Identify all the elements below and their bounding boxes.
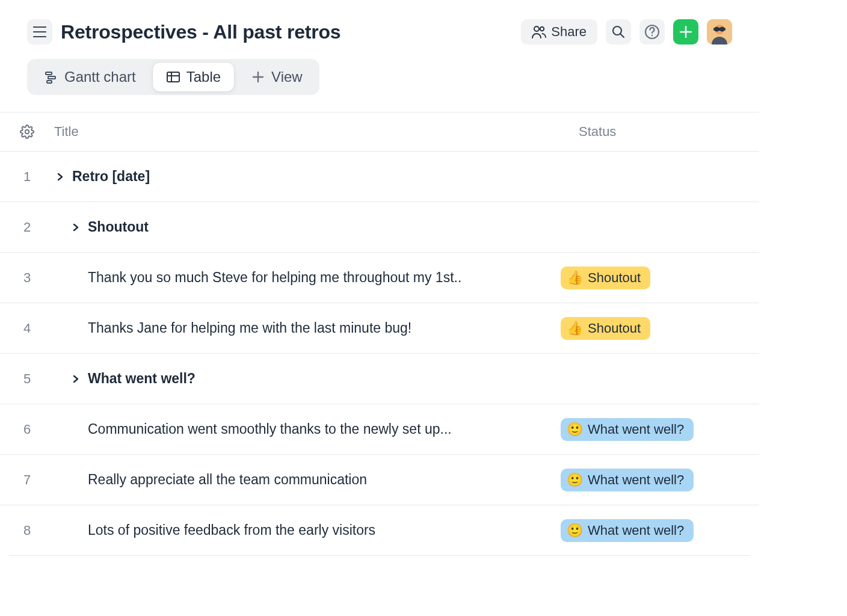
view-tab-gantt-label: Gantt chart bbox=[64, 69, 136, 85]
svg-line-6 bbox=[620, 34, 624, 37]
status-label: Shoutout bbox=[588, 270, 641, 286]
share-label: Share bbox=[551, 24, 587, 40]
view-tab-table-label: Table bbox=[186, 69, 221, 85]
row-status[interactable]: 🙂What went well? bbox=[561, 418, 741, 441]
status-pill-well[interactable]: 🙂What went well? bbox=[561, 519, 694, 542]
row-title-text: What went well? bbox=[88, 371, 196, 387]
table-body: 1Retro [date]2Shoutout3Thank you so much… bbox=[0, 152, 759, 556]
svg-point-3 bbox=[534, 26, 539, 31]
status-label: What went well? bbox=[588, 523, 684, 538]
add-button[interactable] bbox=[673, 19, 698, 45]
svg-point-8 bbox=[651, 35, 653, 36]
row-status[interactable]: 🙂What went well? bbox=[561, 519, 741, 542]
svg-point-4 bbox=[540, 27, 544, 31]
header: Retrospectives - All past retros Share bbox=[0, 0, 759, 45]
svg-rect-16 bbox=[46, 72, 52, 75]
status-emoji: 🙂 bbox=[567, 423, 583, 436]
table-row[interactable]: 6Communication went smoothly thanks to t… bbox=[0, 404, 759, 455]
column-status[interactable]: Status bbox=[579, 124, 759, 140]
row-number: 4 bbox=[0, 321, 54, 336]
add-view-button[interactable]: View bbox=[238, 63, 316, 91]
row-title-text: Communication went smoothly thanks to th… bbox=[88, 421, 452, 437]
menu-button[interactable] bbox=[27, 19, 52, 45]
gear-icon bbox=[20, 125, 34, 139]
help-icon bbox=[644, 24, 660, 40]
add-view-label: View bbox=[271, 69, 303, 85]
view-tabs: Gantt chart Table View bbox=[0, 45, 759, 95]
table-row[interactable]: 3Thank you so much Steve for helping me … bbox=[0, 253, 759, 303]
view-tab-group: Gantt chart Table View bbox=[27, 59, 319, 95]
row-number: 6 bbox=[0, 422, 54, 437]
row-title-text: Retro [date] bbox=[72, 168, 150, 185]
table: Title Status 1Retro [date]2Shoutout3Than… bbox=[0, 112, 759, 556]
status-pill-well[interactable]: 🙂What went well? bbox=[561, 469, 694, 491]
table-row[interactable]: 5What went well? bbox=[0, 354, 759, 404]
row-title[interactable]: Communication went smoothly thanks to th… bbox=[54, 421, 561, 437]
table-settings-button[interactable] bbox=[0, 125, 54, 139]
row-title[interactable]: What went well? bbox=[54, 371, 561, 387]
svg-rect-18 bbox=[47, 81, 52, 83]
status-pill-shoutout[interactable]: 👍Shoutout bbox=[561, 317, 650, 340]
status-emoji: 🙂 bbox=[567, 473, 583, 487]
row-number: 5 bbox=[0, 371, 54, 387]
svg-rect-19 bbox=[167, 72, 179, 82]
row-title[interactable]: Thanks Jane for helping me with the last… bbox=[54, 320, 561, 336]
svg-rect-17 bbox=[48, 76, 55, 79]
plus-icon bbox=[680, 26, 692, 38]
table-icon bbox=[166, 70, 180, 84]
chevron-right-icon[interactable] bbox=[70, 221, 82, 233]
app-window: Retrospectives - All past retros Share bbox=[0, 0, 759, 556]
row-status[interactable]: 👍Shoutout bbox=[561, 266, 741, 289]
row-title-text: Shoutout bbox=[88, 219, 149, 235]
help-button[interactable] bbox=[639, 19, 665, 45]
search-icon bbox=[612, 25, 625, 38]
row-status[interactable]: 👍Shoutout bbox=[561, 317, 741, 340]
table-row[interactable]: 4Thanks Jane for helping me with the las… bbox=[0, 303, 759, 354]
row-title[interactable]: Retro [date] bbox=[54, 168, 561, 185]
status-emoji: 👍 bbox=[567, 271, 583, 285]
search-button[interactable] bbox=[606, 19, 631, 45]
row-number: 2 bbox=[0, 220, 54, 235]
row-title-text: Thank you so much Steve for helping me t… bbox=[88, 270, 461, 286]
status-pill-shoutout[interactable]: 👍Shoutout bbox=[561, 266, 650, 289]
row-number: 8 bbox=[0, 523, 54, 538]
row-title[interactable]: Lots of positive feedback from the early… bbox=[54, 522, 561, 538]
header-actions: Share bbox=[521, 19, 732, 45]
row-title[interactable]: Really appreciate all the team communica… bbox=[54, 472, 561, 488]
row-number: 1 bbox=[0, 169, 54, 185]
plus-icon bbox=[251, 70, 265, 84]
user-avatar[interactable] bbox=[707, 19, 732, 45]
column-title[interactable]: Title bbox=[54, 124, 579, 140]
row-title-text: Really appreciate all the team communica… bbox=[88, 472, 367, 488]
row-number: 3 bbox=[0, 270, 54, 286]
status-label: What went well? bbox=[588, 472, 684, 488]
svg-point-24 bbox=[25, 130, 29, 134]
chevron-right-icon[interactable] bbox=[70, 373, 82, 385]
hamburger-icon bbox=[33, 26, 46, 37]
row-title-text: Thanks Jane for helping me with the last… bbox=[88, 320, 411, 336]
row-title-text: Lots of positive feedback from the early… bbox=[88, 522, 375, 538]
people-icon bbox=[532, 25, 546, 38]
table-header: Title Status bbox=[0, 112, 759, 152]
row-title[interactable]: Shoutout bbox=[54, 219, 561, 235]
row-title[interactable]: Thank you so much Steve for helping me t… bbox=[54, 270, 561, 286]
status-pill-well[interactable]: 🙂What went well? bbox=[561, 418, 694, 441]
table-row[interactable]: 8Lots of positive feedback from the earl… bbox=[0, 505, 759, 556]
page-title: Retrospectives - All past retros bbox=[61, 21, 513, 43]
status-emoji: 👍 bbox=[567, 322, 583, 335]
view-tab-table[interactable]: Table bbox=[153, 63, 234, 91]
table-row[interactable]: 2Shoutout bbox=[0, 202, 759, 253]
view-tab-gantt[interactable]: Gantt chart bbox=[31, 63, 149, 91]
table-row[interactable]: 7Really appreciate all the team communic… bbox=[0, 455, 759, 505]
gantt-icon bbox=[44, 70, 58, 84]
chevron-right-icon[interactable] bbox=[54, 171, 66, 183]
status-label: Shoutout bbox=[588, 321, 641, 336]
row-status[interactable]: 🙂What went well? bbox=[561, 469, 741, 491]
row-number: 7 bbox=[0, 472, 54, 488]
share-button[interactable]: Share bbox=[521, 19, 597, 45]
avatar-icon bbox=[707, 19, 732, 45]
table-row[interactable]: 1Retro [date] bbox=[0, 152, 759, 202]
status-emoji: 🙂 bbox=[567, 524, 583, 537]
status-label: What went well? bbox=[588, 422, 684, 437]
